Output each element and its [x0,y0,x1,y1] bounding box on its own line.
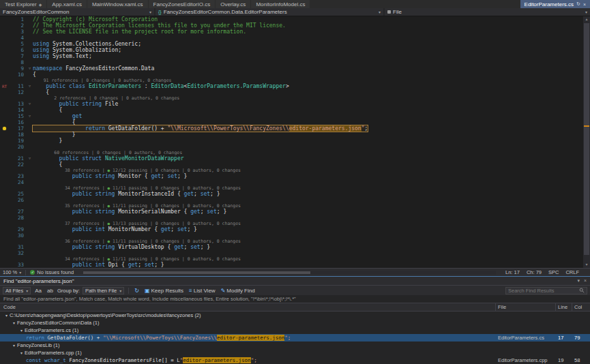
code-line[interactable]: 1// Copyright (c) Microsoft Corporation [0,16,590,22]
code-line[interactable]: 24 [0,179,590,185]
scrollbar-thumb[interactable] [584,23,589,255]
tab-fancyzoneseditorio-cs[interactable]: FancyZonesEditorIO.cs [149,0,216,8]
expander-icon[interactable]: ▾ [11,320,17,325]
code-line[interactable]: 4 [0,35,590,41]
find-group-row[interactable]: ▾EditorParameters.cpp (1) [0,349,590,357]
tab-editorparameters-cs[interactable]: EditorParameters.cs ↻ × [520,0,590,8]
code-editor[interactable]: 1// Copyright (c) Microsoft Corporation2… [0,16,590,268]
scrollbar-thumb[interactable] [83,271,310,274]
tab-test-explorer[interactable]: Test Explorer◆ [0,0,46,8]
type-dropdown[interactable]: {} FancyZonesEditorCommon.Data.EditorPar… [156,8,383,16]
close-icon[interactable]: × [583,2,586,7]
code-line[interactable]: 21▿ public struct NativeMonitorDataWrapp… [0,155,590,162]
pin-icon[interactable]: ◆ [39,2,42,7]
tab-overlay-cs[interactable]: Overlay.cs [216,0,250,8]
code-line[interactable]: 27 public string MonitorSerialNumber { g… [0,209,590,215]
zoom-dropdown[interactable]: 100 % ▾ [3,269,21,275]
code-line[interactable]: 23 public string Monitor { get; set; } [0,173,590,179]
member-dropdown[interactable]: File ▾ [385,8,590,16]
code-line[interactable]: 13▿ public string File [0,101,590,107]
whole-word-icon[interactable]: ab [46,288,55,294]
find-group-row[interactable]: ▾EditorParameters.cs (1) [0,327,590,334]
code-line[interactable]: 25 public string MonitorInstanceId { get… [0,191,590,197]
find-result-row[interactable]: return GetDataFolder() + "\\Microsoft\\P… [0,334,590,342]
code-line[interactable]: 22 { [0,162,590,168]
window-position-icon[interactable]: ▾ [577,278,580,284]
code-line[interactable]: 28 [0,215,590,221]
column-code[interactable]: Code [0,303,496,311]
fold-chevron-icon[interactable]: ▿ [27,155,33,162]
code-line[interactable]: 6using System.Globalization; [0,47,590,53]
find-panel-header[interactable]: Find "editor-parameters.json" ▾ × [0,277,590,285]
lightbulb-icon[interactable] [3,127,6,130]
column-col[interactable]: Col [572,303,590,311]
codelens-line[interactable]: 36 references | ● 11/11 passing | 0 chan… [0,239,590,244]
code-line[interactable]: 2// The Microsoft Corporation licenses t… [0,22,590,29]
close-icon[interactable]: × [584,278,587,284]
search-input[interactable] [508,288,577,294]
fold-chevron-icon[interactable]: ▿ [27,83,33,89]
tab-app-xaml-cs[interactable]: App.xaml.cs [47,0,87,8]
fold-chevron-icon[interactable]: ▿ [27,101,33,107]
codelens-line[interactable]: 37 references | ● 13/13 passing | 0 chan… [0,221,590,226]
find-group-row[interactable]: ▾C:\Users\zhaopengwang\Desktop\powertoys… [0,312,590,319]
code-line[interactable]: 7using System.Text; [0,53,590,59]
code-line[interactable]: 12 { [0,89,590,95]
scroll-up-icon[interactable]: ▴ [583,16,590,22]
project-dropdown[interactable]: FancyZonesEditorCommon ▾ [0,8,154,16]
modify-find-button[interactable]: ✎Modify Find [220,288,256,294]
fold-chevron-icon[interactable]: ▿ [27,65,33,72]
code-line[interactable]: 16 { [0,119,590,125]
code-line[interactable]: 31 public string VirtualDesktop { get; s… [0,244,590,250]
tab-mainwindow-xaml-cs[interactable]: MainWindow.xaml.cs [87,0,148,8]
expander-icon[interactable]: ▾ [18,350,25,355]
codelens-line[interactable]: 38 references | ● 12/12 passing | 0 chan… [0,168,590,173]
code-line[interactable]: 14 { [0,107,590,113]
codelens-line[interactable]: 35 references | ● 11/11 passing | 0 chan… [0,203,590,209]
keep-results-button[interactable]: ▣Keep Results [143,288,185,294]
codelens-line[interactable]: 60 references | 0 changes | 0 authors, 0… [0,150,590,155]
column-line[interactable]: Line [556,303,572,311]
search-find-results-box[interactable] [505,287,587,294]
group-by-dropdown[interactable]: Path then File ▾ [83,287,124,294]
column-file[interactable]: File [496,303,556,311]
find-group-row[interactable]: ▾FancyZonesLib (1) [0,342,590,349]
codelens-line[interactable]: 91 references | 0 changes | 0 authors, 0… [0,78,590,83]
code-line[interactable]: 32 [0,250,590,256]
code-line[interactable]: 19 } [0,138,590,144]
expander-icon[interactable]: ▾ [18,328,25,333]
code-line[interactable]: RT11▿ public class EditorParameters : Ed… [0,83,590,89]
code-line[interactable]: 9▿namespace FancyZonesEditorCommon.Data [0,65,590,72]
code-line[interactable]: 10{ [0,72,590,78]
code-line[interactable]: 15▿ get [0,113,590,119]
fold-chevron-icon[interactable]: ▿ [27,113,33,119]
code-line[interactable]: 30 [0,232,590,239]
refresh-results-icon[interactable]: ↻ [133,288,141,294]
code-line[interactable]: 8 [0,59,590,65]
code-line[interactable]: 29 public int MonitorNumber { get; set; … [0,226,590,232]
spaces-indicator[interactable]: SPC [548,269,559,275]
eol-indicator[interactable]: CRLF [565,269,579,275]
quick-actions-icon[interactable] [0,125,9,132]
code-line[interactable]: 17 return GetDataFolder() + "\\Microsoft… [0,125,590,132]
codelens-line[interactable]: 34 references | ● 11/11 passing | 0 chan… [0,256,590,262]
editor-vertical-scrollbar[interactable]: ▴ ▾ [583,16,590,268]
code-line[interactable]: 20 [0,144,590,150]
scope-dropdown[interactable]: All Files ▾ [3,287,31,294]
find-group-row[interactable]: ▾FancyZonesEditorCommon\Data (1) [0,319,590,327]
find-result-row[interactable]: const wchar_t FancyZonesEditorParameters… [0,357,590,364]
codelens-line[interactable]: 2 references | 0 changes | 0 authors, 0 … [0,95,590,101]
code-line[interactable]: 18 } [0,132,590,138]
codelens-line[interactable]: 34 references | ● 11/11 passing | 0 chan… [0,185,590,191]
match-case-icon[interactable]: Aa [33,288,43,294]
tab-monitorinfomodel-cs[interactable]: MonitorInfoModel.cs [251,0,310,8]
code-line[interactable]: 5using System.Collections.Generic; [0,41,590,47]
list-view-button[interactable]: ≡List View [188,288,217,294]
scroll-down-icon[interactable]: ▾ [583,262,590,268]
code-line[interactable]: 33 public int Dpi { get; set; } [0,262,590,268]
code-line[interactable]: 26 [0,197,590,203]
sync-icon[interactable]: ↻ [576,1,580,7]
expander-icon[interactable]: ▾ [11,343,17,348]
editor-horizontal-scrollbar[interactable] [83,271,496,275]
issues-indicator[interactable]: ✓ No issues found [30,269,74,275]
